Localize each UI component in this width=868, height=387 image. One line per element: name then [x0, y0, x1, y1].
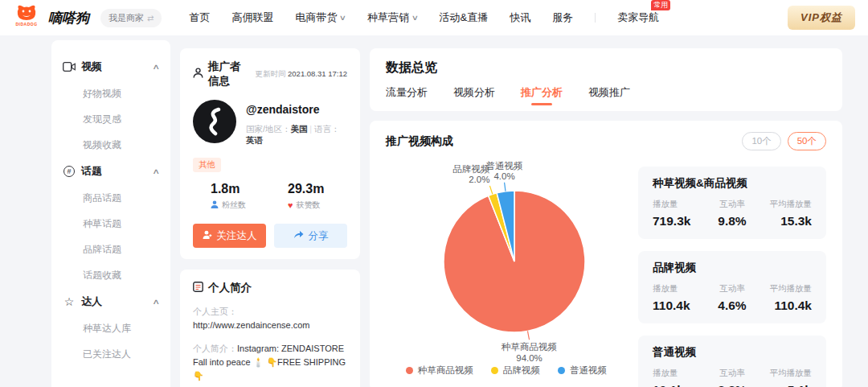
homepage-url[interactable]: http://www.zendaincense.com: [193, 320, 310, 330]
sidebar-item-influencer-library[interactable]: 种草达人库: [63, 315, 159, 341]
promotion-composition-card: 推广视频构成 10个 50个 种草商品视频94.0%品牌视频2.0%普通视频4.…: [370, 121, 842, 387]
tab-traffic-analysis[interactable]: 流量分析: [386, 85, 428, 107]
metric-card-seeding: 种草视频&商品视频 播放量719.3k 互动率9.8% 平均播放量15.3k: [638, 167, 826, 239]
nav-item-ecommerce[interactable]: 电商带货∨: [295, 10, 346, 25]
promoter-geo: 国家/地区：美国 | 语言：英语: [246, 124, 347, 146]
legend-dot: [491, 367, 498, 374]
promoter-handle: @zendaistore: [246, 103, 347, 116]
nav-item-activity-live[interactable]: 活动&直播: [440, 10, 489, 25]
nav-item-home[interactable]: 首页: [189, 10, 210, 25]
bio-line: 个人简介：Instagram: ZENDAISTORE Fall into pe…: [193, 342, 347, 383]
brand-name: 嘀嗒狗: [48, 9, 89, 27]
chevron-down-icon: ∨: [411, 14, 419, 22]
pie-chart-svg: 种草商品视频94.0%品牌视频2.0%普通视频4.0%: [386, 152, 627, 363]
pie-legend: 种草商品视频 品牌视频 普通视频: [406, 364, 607, 377]
filter-pill-10[interactable]: 10个: [742, 132, 780, 150]
promoter-info-card: 推广者信息 更新时间 2021.08.31 17:12 @zendaistore…: [180, 48, 360, 259]
person-icon: [193, 67, 203, 81]
pie-chart-zone: 种草商品视频94.0%品牌视频2.0%普通视频4.0% 种草商品视频 品牌视频: [386, 152, 627, 387]
legend-item: 种草商品视频: [406, 364, 473, 377]
metric-card-brand: 品牌视频 播放量110.4k 互动率4.6% 平均播放量110.4k: [638, 251, 826, 323]
tab-video-analysis[interactable]: 视频分析: [453, 85, 495, 107]
nav-item-services[interactable]: 服务: [552, 10, 573, 25]
promoter-avatar[interactable]: [193, 100, 236, 143]
profile-bio-card: 个人简介 个人主页：http://www.zendaincense.com 个人…: [180, 270, 360, 387]
follow-influencer-button[interactable]: 关注达人: [193, 224, 266, 248]
merchant-role-badge[interactable]: 我是商家 ⇄: [100, 9, 162, 27]
vip-benefits-button[interactable]: VIP权益: [788, 6, 855, 30]
sidebar-item-inspiration[interactable]: 发现灵感: [63, 106, 159, 132]
right-panel: 数据总览 流量分析 视频分析 推广分析 视频推广 推广视频构成 10个 50个 …: [370, 48, 842, 387]
chevron-up-icon: ∧: [153, 167, 161, 175]
data-overview-card: 数据总览 流量分析 视频分析 推广分析 视频推广: [370, 48, 842, 111]
sidebar-item-followed-influencers[interactable]: 已关注达人: [63, 341, 159, 367]
nav-item-seller-guide[interactable]: 卖家导航 常用: [617, 10, 659, 25]
homepage-line: 个人主页：http://www.zendaincense.com: [193, 305, 347, 332]
nav-item-news[interactable]: 快讯: [510, 10, 530, 25]
hot-badge: 常用: [651, 0, 670, 10]
page: DIDADOG 嘀嗒狗 我是商家 ⇄ 首页 高佣联盟 电商带货∨ 种草营销∨ 活…: [0, 0, 868, 387]
updated-time: 更新时间 2021.08.31 17:12: [255, 69, 347, 80]
svg-text:2.0%: 2.0%: [469, 175, 489, 184]
video-icon: [63, 60, 76, 73]
top-navigation-bar: DIDADOG 嘀嗒狗 我是商家 ⇄ 首页 高佣联盟 电商带货∨ 种草营销∨ 活…: [0, 0, 868, 35]
sidebar-section-video[interactable]: 视频 ∧: [63, 53, 159, 80]
hash-icon: #: [63, 165, 76, 178]
metric-cards: 种草视频&商品视频 播放量719.3k 互动率9.8% 平均播放量15.3k 品…: [638, 152, 826, 387]
filter-pill-50[interactable]: 50个: [788, 132, 826, 150]
sidebar-item-topic-favorites[interactable]: 话题收藏: [63, 262, 159, 288]
profile-card-title: 个人简介: [208, 281, 252, 295]
category-tag: 其他: [193, 158, 221, 172]
followers-stat: 1.8m 粉丝数: [193, 182, 270, 211]
nav-divider: [595, 13, 596, 23]
legend-dot: [406, 367, 413, 374]
sidebar-item-product-topics[interactable]: 商品话题: [63, 185, 159, 211]
star-icon: ☆: [63, 295, 76, 308]
logo-subtext: DIDADOG: [15, 22, 37, 27]
tab-video-promotion[interactable]: 视频推广: [588, 85, 630, 107]
sidebar-item-video-favorites[interactable]: 视频收藏: [63, 132, 159, 158]
promoter-card-title: 推广者信息: [208, 60, 250, 89]
merchant-badge-label: 我是商家: [108, 12, 144, 24]
svg-text:种草商品视频: 种草商品视频: [501, 342, 557, 352]
chevron-up-icon: ∧: [153, 63, 161, 71]
dog-logo-icon: DIDADOG: [13, 4, 40, 31]
brand-logo[interactable]: DIDADOG 嘀嗒狗: [13, 4, 89, 31]
overview-title: 数据总览: [386, 60, 826, 76]
nav-item-seeding[interactable]: 种草营销∨: [367, 10, 418, 25]
svg-text:4.0%: 4.0%: [493, 171, 514, 181]
metric-card-normal: 普通视频 播放量10.1k 互动率8.8% 平均播放量5.1k: [638, 336, 826, 387]
overview-tabs: 流量分析 视频分析 推广分析 视频推广: [386, 85, 826, 107]
legend-item: 品牌视频: [491, 364, 540, 377]
follower-icon: [211, 200, 219, 210]
sidebar-section-topics[interactable]: # 话题 ∧: [63, 158, 159, 185]
svg-text:品牌视频: 品牌视频: [452, 164, 489, 174]
legend-item: 普通视频: [558, 364, 607, 377]
share-button[interactable]: 分享: [274, 224, 347, 248]
heart-icon: ♥: [288, 200, 293, 210]
document-icon: [193, 281, 203, 295]
sidebar-item-brand-topics[interactable]: 品牌话题: [63, 237, 159, 262]
chevron-up-icon: ∧: [153, 298, 161, 306]
sidebar-section-influencers[interactable]: ☆ 达人 ∧: [63, 288, 159, 315]
svg-text:普通视频: 普通视频: [486, 161, 523, 171]
chart-title: 推广视频构成: [386, 134, 453, 149]
middle-column: 推广者信息 更新时间 2021.08.31 17:12 @zendaistore…: [180, 48, 360, 387]
sidebar-item-seeding-topics[interactable]: 种草话题: [63, 211, 159, 237]
swap-icon: ⇄: [147, 14, 154, 23]
person-add-icon: [203, 230, 212, 242]
svg-text:94.0%: 94.0%: [516, 353, 542, 363]
likes-stat: 29.3m ♥ 获赞数: [270, 182, 347, 211]
share-icon: [293, 230, 304, 241]
sidebar: 视频 ∧ 好物视频 发现灵感 视频收藏 # 话题 ∧ 商品话题 种草话题 品牌话…: [51, 40, 170, 387]
nav-item-alliance[interactable]: 高佣联盟: [231, 10, 273, 25]
tab-promotion-analysis[interactable]: 推广分析: [521, 85, 563, 107]
sidebar-item-goods-video[interactable]: 好物视频: [63, 80, 159, 106]
main-nav: 首页 高佣联盟 电商带货∨ 种草营销∨ 活动&直播 快讯 服务 卖家导航 常用: [189, 10, 659, 25]
legend-dot: [558, 367, 565, 374]
chevron-down-icon: ∨: [339, 14, 346, 22]
